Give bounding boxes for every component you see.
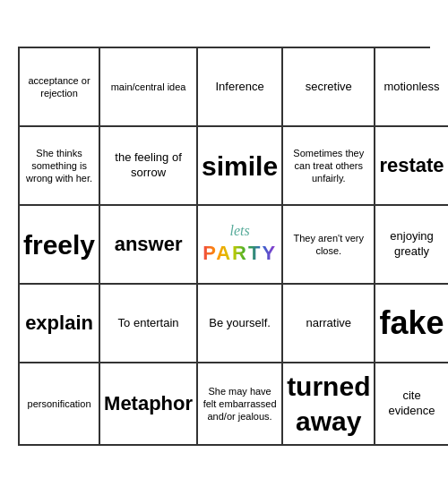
cell-text-r4c5: fake [380,303,444,345]
cell-text-r4c3: Be yourself. [209,316,271,331]
cell-r1c1: acceptance or rejection [20,48,100,127]
cell-text-r2c1: She thinks something is wrong with her. [23,147,95,185]
cell-text-r3c1: freely [23,227,95,262]
cell-r1c5: motionless [375,48,448,127]
cell-r4c4: narrative [283,285,375,363]
cell-r2c4: Sometimes they can treat others unfairly… [283,127,375,206]
cell-r4c5: fake [375,285,448,363]
cell-r1c3: Inference [198,48,283,127]
bingo-grid: acceptance or rejectionmain/central idea… [18,47,430,446]
cell-text-r2c3: simile [202,149,278,184]
cell-text-r2c5: restate [379,153,444,179]
cell-text-r5c1: personification [28,397,91,410]
cell-text-r2c4: Sometimes they can treat others unfairly… [287,147,370,185]
bingo-card: acceptance or rejectionmain/central idea… [9,32,439,455]
cell-text-r3c2: answer [115,232,183,258]
cell-text-r5c4: turned away [287,369,370,439]
cell-r5c5: cite evidence [375,363,448,446]
cell-r2c1: She thinks something is wrong with her. [20,127,100,206]
cell-r2c5: restate [375,127,448,206]
cell-text-r1c4: secretive [306,80,352,95]
cell-r4c3: Be yourself. [198,285,283,363]
cell-text-r4c1: explain [25,311,93,337]
cell-text-r4c2: To entertain [118,316,179,331]
cell-r3c5: enjoying greatly [375,206,448,285]
cell-r1c2: main/central idea [100,48,198,127]
cell-text-r5c2: Metaphor [104,391,193,417]
cell-r3c2: answer [100,206,198,285]
cell-text-r3c5: enjoying greatly [379,229,444,260]
cell-text-r1c1: acceptance or rejection [23,74,95,100]
cell-text-r4c4: narrative [306,316,352,331]
cell-text-r3c4: They aren't very close. [287,232,370,258]
cell-r5c2: Metaphor [100,363,198,446]
cell-r1c4: secretive [283,48,375,127]
cell-r3c1: freely [20,206,100,285]
cell-text-r5c5: cite evidence [379,389,444,419]
cell-r5c1: personification [20,363,100,446]
cell-text-r1c2: main/central idea [111,81,186,93]
cell-r3c3: letsPARTY [198,206,283,285]
cell-text-r2c2: the feeling of sorrow [104,150,193,181]
cell-r3c4: They aren't very close. [283,206,375,285]
cell-r4c1: explain [20,285,100,363]
cell-r4c2: To entertain [100,285,198,363]
cell-text-r1c5: motionless [383,80,439,95]
cell-r5c3: She may have felt embarrassed and/or jea… [198,363,283,446]
cell-r5c4: turned away [283,363,375,446]
cell-r2c2: the feeling of sorrow [100,127,198,206]
cell-r2c3: simile [198,127,283,206]
lets-text: lets [229,222,249,241]
cell-text-r1c3: Inference [215,80,263,95]
party-text: PARTY [202,241,277,267]
cell-text-r5c3: She may have felt embarrassed and/or jea… [202,385,278,423]
